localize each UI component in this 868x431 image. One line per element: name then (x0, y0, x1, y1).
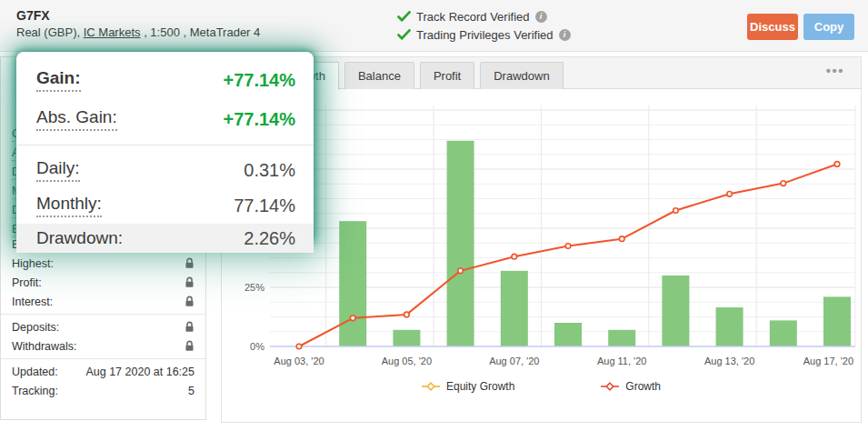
check-icon (397, 29, 411, 40)
lock-icon (185, 340, 195, 352)
stats-rows: Equity:(100.00%)Highest:Profit:Interest:… (1, 235, 205, 400)
account-type-text: Real (GBP), (16, 25, 84, 39)
check-icon (397, 11, 411, 22)
legend-label: Equity Growth (446, 380, 514, 393)
panel-menu-icon[interactable]: ••• (826, 63, 844, 78)
verification-block: Track Record VerifiediTrading Privileges… (397, 7, 571, 44)
chart-legend: Equity GrowthGrowth (222, 380, 861, 393)
verification-row: Track Record Verifiedi (397, 7, 571, 25)
growth-line-marker (619, 236, 624, 242)
legend-label: Growth (625, 380, 661, 393)
popup-divider (16, 145, 314, 145)
sidebar-divider (1, 314, 205, 315)
stat-row: Deposits: (1, 317, 205, 336)
stat-row: Updated:Aug 17 2020 at 16:25 (1, 362, 205, 381)
daily-gain-bar (823, 296, 851, 346)
stats-popup: Gain:+77.14%Abs. Gain:+77.14%Daily:0.31%… (16, 52, 314, 243)
lock-icon (185, 257, 195, 269)
growth-line-marker (565, 244, 571, 249)
daily-gain-bar (608, 330, 635, 346)
legend-marker-icon (601, 382, 619, 391)
stat-value-text: 5 (188, 385, 195, 397)
growth-line-marker (673, 208, 679, 214)
chart-tabs: GrowthBalanceProfitDrawdown (274, 62, 564, 89)
popup-stat-label: Monthly: (36, 194, 102, 217)
daily-gain-bar (662, 276, 689, 346)
stat-label: Deposits: (12, 321, 59, 334)
stat-value: Aug 17 2020 at 16:25 (85, 366, 195, 378)
stat-row: Withdrawals: (1, 336, 205, 356)
popup-stat-label: Drawdown: (36, 228, 123, 248)
x-axis-tick-label: Aug 11, '20 (597, 356, 647, 366)
popup-stat-row: Gain:+77.14% (16, 59, 314, 101)
info-icon[interactable]: i (559, 29, 571, 41)
daily-gain-bar (716, 307, 743, 346)
stat-value (185, 321, 195, 333)
legend-marker-icon (422, 382, 440, 391)
daily-gain-bar (339, 221, 366, 346)
popup-stat-label: Gain: (36, 68, 81, 92)
popup-stat-value: 2.26% (244, 228, 295, 249)
popup-stat-value: +77.14% (223, 70, 295, 91)
tab-balance[interactable]: Balance (344, 62, 414, 89)
stat-value (185, 276, 195, 288)
account-page: G7FX Real (GBP), IC Markets , 1:500 , Me… (0, 0, 868, 431)
sidebar-divider (1, 358, 205, 359)
account-header: G7FX Real (GBP), IC Markets , 1:500 , Me… (0, 0, 868, 52)
x-axis-tick-label: Aug 17, '20 (803, 356, 853, 366)
stat-label: Interest: (12, 296, 53, 308)
verification-row: Trading Privileges Verifiedi (397, 25, 571, 44)
copy-button[interactable]: Copy (803, 14, 854, 40)
broker-link[interactable]: IC Markets (84, 25, 141, 39)
popup-stat-row: Daily:0.31% (16, 153, 314, 187)
popup-stat-label: Daily: (36, 158, 80, 182)
popup-stat-row: Monthly:77.14% (16, 187, 314, 224)
stat-value-text: Aug 17 2020 at 16:25 (85, 366, 195, 378)
lock-icon (185, 296, 195, 307)
lock-icon (185, 321, 195, 333)
growth-line-marker (512, 254, 517, 259)
legend-item-equity-growth[interactable]: Equity Growth (422, 380, 514, 393)
stat-row: Interest: (1, 292, 205, 311)
growth-line-marker (458, 268, 464, 274)
growth-line-marker (834, 162, 840, 167)
stat-value (185, 257, 195, 269)
verification-label: Track Record Verified (416, 10, 530, 24)
daily-gain-bar (393, 330, 420, 346)
legend-item-growth[interactable]: Growth (601, 380, 661, 393)
y-axis-tick-label: 25% (244, 282, 264, 293)
popup-stat-row: Abs. Gain:+77.14% (16, 101, 314, 137)
verification-label: Trading Privileges Verified (416, 28, 554, 42)
popup-stat-row: Drawdown:2.26% (16, 224, 314, 253)
popup-stat-label: Abs. Gain: (36, 107, 117, 131)
chart-panel: GrowthBalanceProfitDrawdown ••• 0%25%Aug… (221, 56, 862, 423)
popup-stat-value: 0.31% (244, 160, 295, 181)
popup-stat-value: +77.14% (223, 109, 295, 130)
growth-chart: 0%25%Aug 03, '20Aug 05, '20Aug 07, '20Au… (222, 89, 861, 422)
tab-profit[interactable]: Profit (420, 62, 474, 89)
daily-gain-bar (554, 323, 582, 346)
stat-value (185, 340, 195, 352)
popup-stat-value: 77.14% (234, 195, 295, 216)
daily-gain-bar (770, 320, 797, 346)
stat-row: Tracking:5 (1, 381, 205, 400)
x-axis-tick-label: Aug 07, '20 (489, 356, 539, 366)
daily-gain-bar (447, 141, 474, 346)
x-axis-tick-label: Aug 13, '20 (704, 356, 754, 366)
stat-value: 5 (188, 385, 195, 397)
discuss-button[interactable]: Discuss (747, 14, 798, 40)
growth-line-marker (296, 344, 302, 349)
stat-label: Highest: (12, 257, 54, 270)
growth-line-marker (727, 192, 733, 197)
lock-icon (185, 276, 195, 288)
tab-drawdown[interactable]: Drawdown (480, 62, 563, 89)
stat-row: Highest: (1, 254, 205, 273)
stat-label: Tracking: (12, 385, 58, 397)
account-subtitle: Real (GBP), IC Markets , 1:500 , MetaTra… (16, 25, 260, 39)
stat-value (185, 296, 195, 307)
x-axis-tick-label: Aug 05, '20 (382, 356, 432, 366)
daily-gain-bar (501, 271, 528, 346)
info-icon[interactable]: i (535, 11, 547, 23)
stat-row: Profit: (1, 273, 205, 292)
growth-line-marker (404, 312, 410, 317)
